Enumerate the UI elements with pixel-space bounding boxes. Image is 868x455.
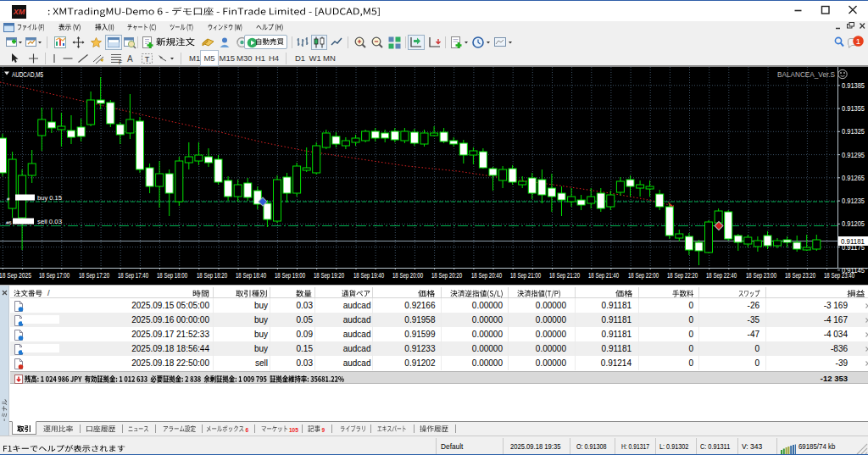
svg-text:18 Sep 19:20: 18 Sep 19:20 [314,271,344,280]
svg-text:18 Sep 17:20: 18 Sep 17:20 [79,271,109,280]
svg-text:18 Sep 21:20: 18 Sep 21:20 [549,271,580,280]
svg-text:2025.09.18 19:35: 2025.09.18 19:35 [510,441,560,451]
svg-text:C: 0.91311: C: 0.91311 [700,441,730,451]
svg-text:18 Sep 23:00: 18 Sep 23:00 [746,271,776,280]
svg-text:F: F [119,59,122,65]
svg-text:0.91385: 0.91385 [842,81,865,90]
svg-text:18 Sep 22:00: 18 Sep 22:00 [628,271,659,280]
svg-text:L: 0.91302: L: 0.91302 [659,441,688,451]
svg-text:V: 343: V: 343 [742,441,762,451]
svg-text:0.91265: 0.91265 [842,174,865,182]
svg-text:18 Sep 18:40: 18 Sep 18:40 [236,271,266,280]
svg-text:18 Sep 23:40: 18 Sep 23:40 [824,271,854,280]
svg-text:18 Sep 21:40: 18 Sep 21:40 [588,271,619,280]
svg-text:0.91181: 0.91181 [841,237,865,246]
svg-text:H: 0.91317: H: 0.91317 [621,441,649,451]
svg-text:18 Sep 22:20: 18 Sep 22:20 [667,271,698,280]
svg-text:18 Sep 17:00: 18 Sep 17:00 [39,271,70,280]
svg-text:18 Sep 23:20: 18 Sep 23:20 [785,271,815,280]
svg-text:BALANCEA_Ver.S: BALANCEA_Ver.S [777,70,835,79]
svg-text:#6: #6 [6,220,12,225]
svg-text:0.91325: 0.91325 [842,127,865,136]
svg-text:O: 0.91308: O: 0.91308 [576,441,607,451]
svg-text:18 Sep 2025: 18 Sep 2025 [0,271,31,280]
svg-text:18 Sep 18:00: 18 Sep 18:00 [157,271,187,280]
svg-text:0.91205: 0.91205 [842,219,865,228]
svg-text:AUDCAD,M5: AUDCAD,M5 [12,70,43,79]
svg-text:T: T [145,55,150,64]
svg-text:0.91235: 0.91235 [842,197,865,205]
svg-text:0.91295: 0.91295 [842,151,865,159]
svg-text:buy 0.15: buy 0.15 [37,194,62,202]
svg-text:18 Sep 20:40: 18 Sep 20:40 [471,271,502,280]
svg-text:1: 1 [856,36,860,46]
svg-text:18 Sep 20:00: 18 Sep 20:00 [392,271,423,280]
svg-text:Default: Default [441,441,464,451]
svg-text:18 Sep 18:20: 18 Sep 18:20 [197,271,227,280]
svg-text:69185/74 kb: 69185/74 kb [798,441,835,451]
svg-text:0.91355: 0.91355 [842,104,865,113]
svg-text:sell 0.03: sell 0.03 [37,218,62,225]
svg-text:18 Sep 19:00: 18 Sep 19:00 [275,271,305,280]
svg-text:18 Sep 22:40: 18 Sep 22:40 [706,271,737,280]
svg-text:18 Sep 20:20: 18 Sep 20:20 [431,271,462,280]
svg-text:18 Sep 19:40: 18 Sep 19:40 [353,271,384,280]
svg-text:18 Sep 21:00: 18 Sep 21:00 [510,271,541,280]
svg-text:18 Sep 17:40: 18 Sep 17:40 [118,271,148,280]
